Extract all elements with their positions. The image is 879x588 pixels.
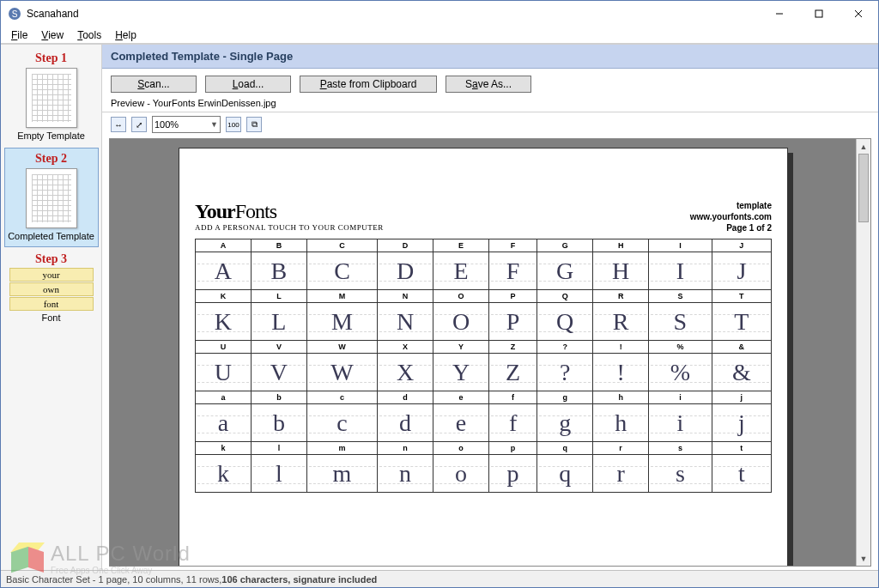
glyph-cell: I (649, 252, 712, 290)
chevron-down-icon: ▼ (210, 120, 218, 129)
glyph-label: c (306, 391, 377, 404)
glyph-cell: V (251, 354, 306, 391)
glyph-label: m (306, 442, 377, 455)
scroll-up-icon[interactable]: ▲ (857, 139, 870, 154)
sidebar-step-2[interactable]: Step 2 Completed Template (4, 148, 99, 247)
glyph-label: K (196, 290, 252, 303)
step-label: Font (4, 312, 99, 323)
glyph-cell: e (433, 404, 489, 442)
glyph-label: n (378, 442, 433, 455)
glyph-label: U (196, 341, 252, 354)
glyph-label: ! (593, 341, 649, 354)
glyph-label: O (433, 290, 489, 303)
glyph-label: i (649, 391, 712, 404)
statusbar: Basic Character Set - 1 page, 10 columns… (1, 570, 878, 587)
glyph-cell: f (489, 404, 537, 442)
sidebar-step-3[interactable]: Step 3 your own font Font (4, 249, 99, 328)
glyph-cell: g (537, 404, 593, 442)
glyph-label: e (433, 391, 489, 404)
glyph-grid: ABCDEFGHIJABCDEFGHIJKLMNOPQRSTKLMNOPQRST… (195, 239, 772, 493)
menu-file[interactable]: File (4, 27, 34, 43)
glyph-label: H (593, 239, 649, 252)
copy-icon[interactable]: ⧉ (246, 117, 262, 132)
glyph-label: r (593, 442, 649, 455)
glyph-label: d (378, 391, 433, 404)
glyph-cell: & (712, 354, 771, 391)
glyph-cell: P (489, 303, 537, 341)
glyph-label: L (251, 290, 306, 303)
glyph-label: k (196, 442, 252, 455)
glyph-cell: c (306, 404, 377, 442)
glyph-cell: h (593, 404, 649, 442)
menu-help[interactable]: Help (108, 27, 143, 43)
glyph-label: D (378, 239, 433, 252)
glyph-cell: H (593, 252, 649, 290)
page-title: Completed Template - Single Page (111, 50, 293, 63)
glyph-cell: m (306, 455, 377, 493)
glyph-cell: q (537, 455, 593, 493)
scan-button[interactable]: Scan... (111, 76, 197, 93)
glyph-label: Q (537, 290, 593, 303)
glyph-cell: Q (537, 303, 593, 341)
zoom-select[interactable]: 100% ▼ (152, 116, 221, 133)
load-button[interactable]: Load... (205, 76, 291, 93)
glyph-cell: S (649, 303, 712, 341)
glyph-cell: J (712, 252, 771, 290)
menu-view[interactable]: View (34, 27, 70, 43)
glyph-label: & (712, 341, 771, 354)
glyph-cell: X (378, 354, 433, 391)
zoom-fit-page-icon[interactable]: ⤢ (131, 117, 147, 132)
zoom-value: 100% (155, 119, 179, 130)
zoom-100-icon[interactable]: 100 (226, 117, 241, 132)
template-meta: template www.yourfonts.com Page 1 of 2 (690, 200, 772, 233)
minimize-button[interactable] (760, 1, 799, 27)
glyph-cell: C (306, 252, 377, 290)
scrollbar-thumb[interactable] (858, 154, 869, 222)
vertical-scrollbar[interactable]: ▲ ▼ (856, 139, 870, 566)
glyph-cell: K (196, 303, 252, 341)
glyph-cell: p (489, 455, 537, 493)
glyph-label: j (712, 391, 771, 404)
close-button[interactable] (839, 1, 878, 27)
glyph-cell: j (712, 404, 771, 442)
maximize-button[interactable] (799, 1, 839, 27)
glyph-label: t (712, 442, 771, 455)
titlebar: S Scanahand (1, 1, 878, 27)
glyph-label: T (712, 290, 771, 303)
scroll-down-icon[interactable]: ▼ (857, 551, 870, 566)
glyph-label: M (306, 290, 377, 303)
glyph-label: P (489, 290, 537, 303)
glyph-label: h (593, 391, 649, 404)
save-as-button[interactable]: Save As... (446, 76, 531, 93)
glyph-label: R (593, 290, 649, 303)
svg-rect-3 (815, 10, 822, 17)
glyph-label: p (489, 442, 537, 455)
window-title: Scanahand (27, 8, 760, 20)
glyph-cell: M (306, 303, 377, 341)
glyph-cell: Y (433, 354, 489, 391)
glyph-label: q (537, 442, 593, 455)
step-label: Empty Template (4, 130, 99, 141)
preview-pane: YourFonts ADD A PERSONAL TOUCH TO YOUR C… (109, 138, 871, 567)
paste-from-clipboard-button[interactable]: Paste from Clipboard (300, 76, 437, 93)
glyph-cell: D (378, 252, 433, 290)
zoom-fit-width-icon[interactable]: ↔ (111, 117, 126, 132)
menu-tools[interactable]: Tools (70, 27, 108, 43)
sidebar-step-1[interactable]: Step 1 Empty Template (4, 48, 99, 146)
glyph-label: b (251, 391, 306, 404)
step-title: Step 3 (4, 252, 99, 266)
glyph-cell: T (712, 303, 771, 341)
glyph-cell: d (378, 404, 433, 442)
glyph-label: ? (537, 341, 593, 354)
glyph-cell: R (593, 303, 649, 341)
step-thumb-icon (26, 68, 77, 128)
glyph-cell: O (433, 303, 489, 341)
glyph-cell: F (489, 252, 537, 290)
page-header: Completed Template - Single Page (102, 45, 878, 69)
glyph-label: s (649, 442, 712, 455)
template-page[interactable]: YourFonts ADD A PERSONAL TOUCH TO YOUR C… (179, 148, 788, 567)
glyph-cell: Z (489, 354, 537, 391)
glyph-label: F (489, 239, 537, 252)
glyph-label: V (251, 341, 306, 354)
app-icon: S (8, 7, 21, 21)
